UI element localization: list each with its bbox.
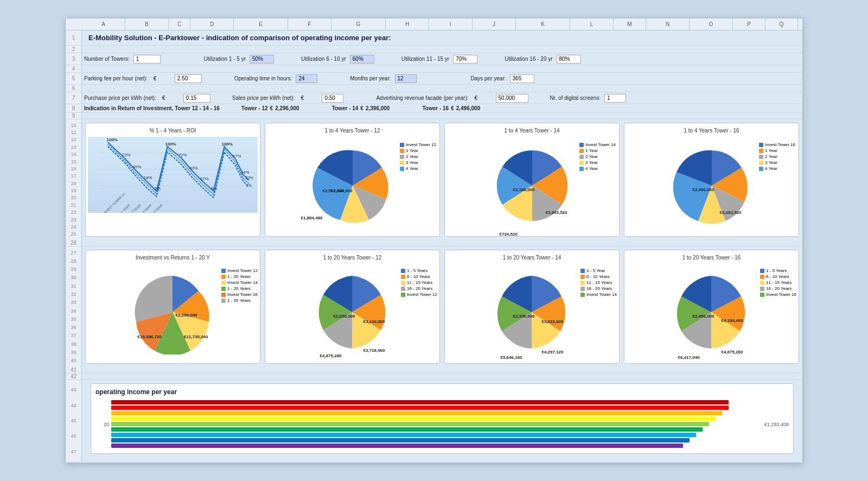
- rownum-7: 7: [66, 92, 82, 104]
- purchase-price-input[interactable]: 0.15: [183, 94, 210, 103]
- months-group: Months per year: 12: [350, 74, 416, 83]
- svg-text:2 YEAR: 2 YEAR: [131, 204, 142, 213]
- pie-20yr-t16-y1: €4,104,400: [721, 318, 743, 323]
- pie-4yr-t14-title: 1 to 4 Years Tower - 14: [504, 128, 559, 134]
- svg-text:73%: 73%: [122, 153, 131, 157]
- row-9: 9: [66, 113, 802, 119]
- util11-15-input[interactable]: 70%: [453, 55, 477, 64]
- pie-4yr-t14-invest: €2,396,000: [513, 187, 534, 192]
- advertising-euro: €: [473, 94, 494, 103]
- pie-20yr-t12-legend: 1 - 5 Years 6 - 10 Years 11 - 15 Years 1…: [401, 268, 437, 298]
- col-p: P: [733, 18, 765, 30]
- row-42: 42: [66, 374, 802, 380]
- row-nums-43-47: 4344454647: [66, 380, 82, 461]
- parking-fee-euro: €: [151, 74, 173, 83]
- svg-text:4 YEAR: 4 YEAR: [152, 204, 163, 213]
- pie-20yr-t12-y4: €4,875,280: [320, 353, 342, 358]
- inv-t16-returns: €15,396,720: [138, 334, 162, 339]
- util6-10-label: Utilization 6 - 10 yr: [301, 56, 346, 62]
- pie-20yr-t14-y1: €3,622,600: [541, 319, 563, 324]
- util11-15-group: Utilization 11 - 15 yr 70%: [401, 55, 477, 64]
- pie-20yr-t14-title: 1 to 20 Years Tower - 14: [503, 255, 561, 261]
- advertising-input[interactable]: 50,000: [496, 94, 528, 103]
- pie-20yr-t16-invest: €2,496,000: [692, 314, 714, 319]
- tower16-euro: €: [451, 105, 454, 111]
- row-range-27-40: 2728293031323334353637383940 Investment …: [66, 246, 802, 367]
- spreadsheet: A B C D E F G H I J K L M N O P Q 1 E-Mo…: [65, 18, 803, 463]
- svg-text:100%: 100%: [165, 142, 176, 147]
- rownum-26: 26: [66, 240, 82, 246]
- pie-20yr-t14-legend: 1 - 5 Year 6 - 10 Years 11 - 15 Years 16…: [580, 268, 617, 298]
- bottom-chart-area: 20 €1,283,408: [95, 400, 789, 449]
- parking-fee-input[interactable]: 2.50: [175, 74, 202, 83]
- pie-20yr-t14-invest: €2,396,000: [513, 314, 534, 319]
- row-6: 6: [66, 85, 802, 92]
- charts-row-1: % 1 - 4 Years - ROI: [82, 119, 802, 240]
- roi-indication-label: Indication in Return of Investment, Towe…: [84, 105, 220, 111]
- digital-screens-input[interactable]: 1: [604, 94, 626, 103]
- page-title: E-Mobility Solution - E-Parktower - indi…: [84, 31, 395, 44]
- pie-20yr-t16-card: 1 to 20 Years Tower - 16 €2,496,000 €4,1…: [624, 250, 799, 364]
- pie-4yr-t16-y1: €3,283,520: [719, 210, 741, 215]
- pie-4yr-t12-y4: €2,512,640: [323, 188, 344, 193]
- bar-6: [111, 427, 703, 432]
- bar-5: [111, 422, 709, 426]
- row-nums-10-25: 10111213141516171819202122232425: [66, 119, 82, 240]
- row-7: 7 Purchase price per kWh (net): € 0.15 S…: [66, 92, 802, 104]
- svg-text:100%: 100%: [107, 137, 118, 142]
- bar-7: [111, 433, 696, 437]
- operating-time-input[interactable]: 24: [296, 74, 317, 83]
- months-label: Months per year:: [350, 75, 391, 81]
- days-label: Days per year:: [471, 75, 506, 81]
- svg-text:18%: 18%: [144, 175, 152, 180]
- tower16-value: 2,496,000: [456, 105, 481, 111]
- svg-text:34%: 34%: [241, 170, 250, 175]
- rownum-8: 8: [66, 104, 82, 112]
- row-range-10-25: 10111213141516171819202122232425 % 1 - 4…: [66, 119, 802, 240]
- rownum-6: 6: [66, 85, 82, 92]
- days-input[interactable]: 365: [510, 74, 534, 83]
- col-c: C: [169, 18, 190, 30]
- advertising-label: Advertising revenue facade (per year):: [376, 95, 468, 101]
- util1-5-group: Utilization 1 - 5 yr 50%: [204, 55, 274, 64]
- row-2-content: [82, 48, 802, 50]
- svg-text:9%: 9%: [155, 186, 161, 191]
- rownum-41: 41: [66, 367, 82, 373]
- roi-line-chart-card: % 1 - 4 Years - ROI: [85, 123, 260, 237]
- svg-text:1%: 1%: [246, 183, 252, 187]
- util16-20-input[interactable]: 80%: [557, 55, 581, 64]
- purchase-price-label: Purchase price per kWh (net):: [84, 95, 156, 101]
- svg-text:45%: 45%: [133, 164, 142, 169]
- pie-4yr-t16-title: 1 to 4 Years Tower - 16: [684, 128, 739, 134]
- tower12-value: 2,296,000: [275, 105, 299, 111]
- svg-text:37%: 37%: [200, 176, 209, 181]
- row-9-content: [82, 115, 802, 117]
- digital-screens-group: Nr. of digital screens: 1: [550, 94, 626, 103]
- purchase-price-group: Purchase price per kWh (net): € 0.15: [84, 94, 210, 103]
- util6-10-input[interactable]: 60%: [350, 55, 374, 64]
- row-1: 1 E-Mobility Solution - E-Parktower - in…: [66, 30, 802, 46]
- bar-2: [111, 406, 729, 410]
- pie-20yr-t16-y2: €4,875,280: [721, 350, 743, 355]
- tower14-euro: €: [360, 105, 363, 111]
- pie-4yr-t16-invest: €2,496,000: [692, 187, 714, 192]
- pie-4yr-t16-card: 1 to 4 Years Tower - 16 €2,496,000 €3,28…: [624, 123, 799, 237]
- pie-20yr-t14-card: 1 to 20 Years Tower - 14 €2,396,000 €3,6…: [444, 250, 620, 364]
- row-4: 4: [66, 65, 802, 73]
- towers-input[interactable]: 1: [133, 55, 161, 64]
- pie-20yr-t14-y2: €4,297,120: [541, 350, 563, 355]
- row-4-content: [82, 68, 802, 70]
- util1-5-input[interactable]: 50%: [250, 55, 274, 64]
- bar-4: [111, 416, 716, 421]
- operating-time-group: Operating time in hours: 24: [234, 74, 318, 83]
- tower16-label: Tower - 16: [422, 105, 449, 111]
- row-26: 26: [66, 240, 802, 246]
- svg-text:9%: 9%: [211, 186, 218, 191]
- row-41: 41: [66, 367, 802, 374]
- advertising-group: Advertising revenue facade (per year): €…: [376, 94, 528, 103]
- digital-screens-label: Nr. of digital screens:: [550, 95, 601, 101]
- months-input[interactable]: 12: [395, 74, 417, 83]
- sales-price-input[interactable]: 0.50: [322, 94, 343, 103]
- col-b: B: [125, 18, 169, 30]
- tower14-value: 2,396,000: [366, 105, 390, 111]
